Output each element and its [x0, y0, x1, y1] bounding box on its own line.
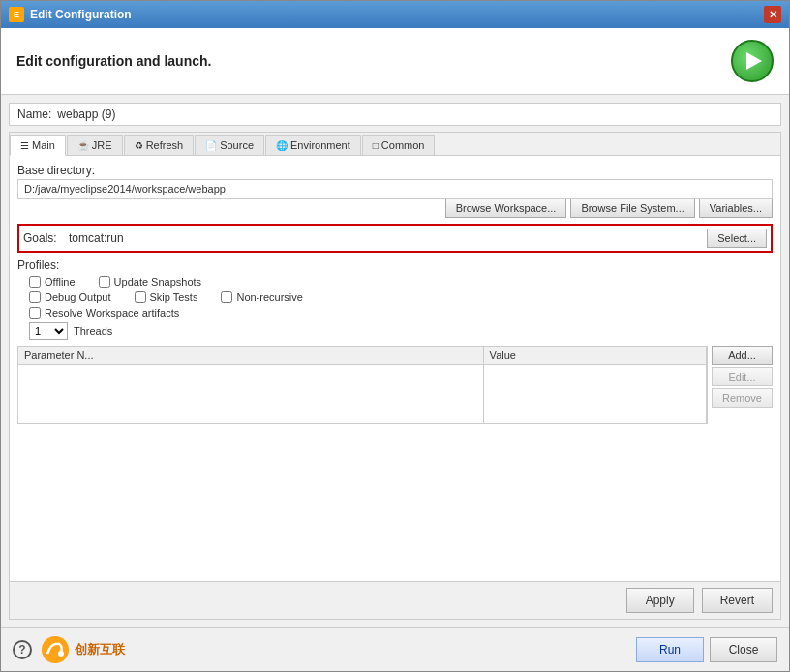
help-button[interactable]: ?	[13, 640, 32, 659]
update-snapshots-label: Update Snapshots	[114, 276, 202, 288]
content-area: Name: webapp (9) ☰ Main ☕ JRE ♻ Refresh	[1, 95, 789, 627]
common-tab-icon: □	[373, 140, 379, 151]
tab-common-label: Common	[381, 139, 425, 151]
table-row-empty-3	[18, 404, 707, 423]
name-value: webapp (9)	[57, 107, 115, 121]
browse-workspace-button[interactable]: Browse Workspace...	[445, 199, 567, 218]
name-label: Name:	[17, 107, 51, 121]
footer-right: Run Close	[636, 637, 777, 662]
threads-label: Threads	[74, 325, 112, 337]
params-section: Parameter N... Value	[17, 346, 773, 424]
env-tab-icon: 🌐	[276, 140, 288, 151]
debug-output-label: Debug Output	[45, 291, 111, 303]
tab-jre[interactable]: ☕ JRE	[67, 135, 123, 155]
non-recursive-label: Non-recursive	[236, 291, 302, 303]
threads-select[interactable]: 1 2 4	[29, 322, 68, 340]
close-footer-button[interactable]: Close	[710, 637, 777, 662]
revert-button[interactable]: Revert	[702, 588, 773, 613]
profiles-section: Profiles: Offline Update Snapshots	[17, 259, 773, 340]
checkbox-row-1: Offline Update Snapshots	[29, 276, 773, 288]
base-dir-field: D:/java/myeclipse2014/workspace/webapp	[17, 179, 773, 199]
update-snapshots-checkbox-item[interactable]: Update Snapshots	[99, 276, 202, 288]
name-row: Name: webapp (9)	[9, 103, 781, 126]
base-dir-label: Base directory:	[17, 164, 773, 177]
base-directory-section: Base directory: D:/java/myeclipse2014/wo…	[17, 164, 773, 218]
table-buttons: Add... Edit... Remove	[712, 346, 773, 408]
tab-refresh[interactable]: ♻ Refresh	[124, 135, 195, 155]
panel-content: Base directory: D:/java/myeclipse2014/wo…	[10, 156, 780, 581]
header-area: Edit configuration and launch.	[1, 28, 789, 95]
run-icon-button[interactable]	[731, 40, 774, 82]
main-tab-icon: ☰	[20, 140, 29, 151]
svg-point-1	[58, 651, 64, 657]
main-panel: ☰ Main ☕ JRE ♻ Refresh 📄 Source 🌐 En	[9, 132, 781, 620]
run-button[interactable]: Run	[636, 637, 704, 662]
tab-main[interactable]: ☰ Main	[10, 135, 66, 156]
tab-jre-label: JRE	[92, 139, 112, 151]
col-value: Value	[483, 347, 706, 365]
svg-point-0	[42, 636, 69, 663]
titlebar: E Edit Configuration ✕	[1, 1, 789, 28]
browse-buttons-row: Browse Workspace... Browse File System..…	[17, 199, 773, 218]
tabs-row: ☰ Main ☕ JRE ♻ Refresh 📄 Source 🌐 En	[10, 133, 780, 156]
jre-tab-icon: ☕	[77, 140, 89, 151]
col-parameter: Parameter N...	[18, 347, 483, 365]
skip-tests-label: Skip Tests	[150, 291, 198, 303]
apply-revert-row: Apply Revert	[10, 581, 780, 619]
close-button[interactable]: ✕	[764, 6, 781, 23]
resolve-workspace-label: Resolve Workspace artifacts	[45, 307, 179, 319]
tab-environment[interactable]: 🌐 Environment	[265, 135, 361, 155]
params-table: Parameter N... Value	[17, 346, 708, 424]
tab-source[interactable]: 📄 Source	[195, 135, 264, 155]
offline-checkbox[interactable]	[29, 276, 41, 288]
resolve-workspace-checkbox-item[interactable]: Resolve Workspace artifacts	[29, 307, 179, 319]
offline-checkbox-item[interactable]: Offline	[29, 276, 76, 288]
window-icon: E	[9, 7, 24, 22]
goals-label: Goals:	[23, 231, 62, 245]
checkbox-row-2: Debug Output Skip Tests Non-recursive	[29, 291, 773, 303]
debug-output-checkbox[interactable]	[29, 291, 41, 303]
skip-tests-checkbox[interactable]	[135, 291, 146, 303]
window-title: Edit Configuration	[30, 8, 758, 21]
variables-button[interactable]: Variables...	[699, 199, 773, 218]
table-row-empty-1	[18, 365, 707, 384]
goals-row: Goals: Select...	[17, 224, 773, 253]
main-window: E Edit Configuration ✕ Edit configuratio…	[0, 0, 790, 672]
footer-left: ? 创新互联	[13, 634, 125, 665]
logo-area: 创新互联	[40, 634, 125, 665]
tab-environment-label: Environment	[290, 139, 350, 151]
threads-row: 1 2 4 Threads	[29, 322, 773, 340]
table-row-empty-2	[18, 384, 707, 404]
tab-main-label: Main	[32, 139, 55, 151]
source-tab-icon: 📄	[205, 140, 217, 151]
browse-filesystem-button[interactable]: Browse File System...	[570, 199, 694, 218]
non-recursive-checkbox[interactable]	[221, 291, 232, 303]
non-recursive-checkbox-item[interactable]: Non-recursive	[221, 291, 302, 303]
tab-source-label: Source	[220, 139, 254, 151]
debug-output-checkbox-item[interactable]: Debug Output	[29, 291, 111, 303]
footer-bar: ? 创新互联 Run Close	[1, 627, 789, 671]
header-title: Edit configuration and launch.	[16, 53, 211, 69]
edit-button: Edit...	[712, 367, 773, 386]
logo-icon	[40, 634, 71, 665]
apply-button[interactable]: Apply	[626, 588, 694, 613]
skip-tests-checkbox-item[interactable]: Skip Tests	[135, 291, 198, 303]
refresh-tab-icon: ♻	[135, 140, 143, 151]
tab-refresh-label: Refresh	[146, 139, 184, 151]
remove-button: Remove	[712, 388, 773, 408]
add-button[interactable]: Add...	[712, 346, 773, 365]
profiles-label: Profiles:	[17, 259, 773, 272]
checkbox-row-3: Resolve Workspace artifacts	[29, 307, 773, 319]
logo-text: 创新互联	[75, 641, 125, 658]
select-button[interactable]: Select...	[707, 229, 767, 248]
goals-input[interactable]	[68, 230, 701, 246]
resolve-workspace-checkbox[interactable]	[29, 307, 41, 319]
update-snapshots-checkbox[interactable]	[99, 276, 110, 288]
play-triangle	[746, 52, 762, 70]
tab-common[interactable]: □ Common	[362, 135, 436, 155]
offline-label: Offline	[45, 276, 76, 288]
